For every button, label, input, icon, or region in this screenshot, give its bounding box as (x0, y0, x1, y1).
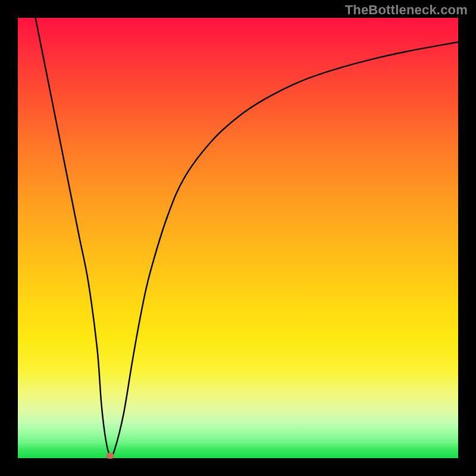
bottleneck-curve (18, 18, 458, 458)
chart-frame: TheBottleneck.com (0, 0, 476, 476)
optimal-point-marker (107, 453, 114, 459)
watermark-text: TheBottleneck.com (345, 2, 468, 18)
plot-area (18, 18, 458, 458)
